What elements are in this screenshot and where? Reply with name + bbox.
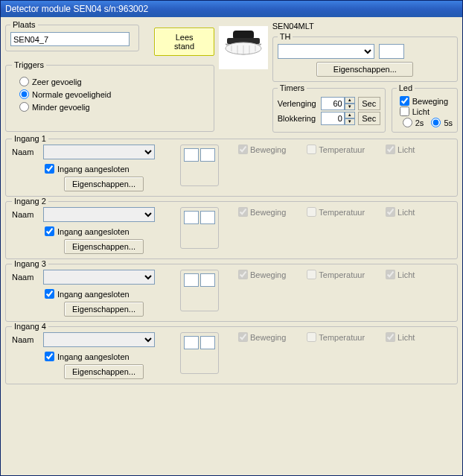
left-column: Plaats Lees stand Triggers Zeer gevoelig… — [5, 20, 214, 132]
ingang-2-beweging: Beweging — [238, 207, 286, 217]
trigger-radio-2[interactable] — [19, 89, 29, 99]
blokkering-arrows[interactable]: ▲ ▼ — [345, 112, 355, 125]
ingang-3-legend: Ingang 3 — [12, 259, 48, 268]
verlenging-up[interactable]: ▲ — [345, 97, 355, 104]
led-2s-row[interactable]: 2s — [403, 118, 424, 127]
blokkering-spinner[interactable]: ▲ ▼ — [321, 112, 355, 125]
blokkering-up[interactable]: ▲ — [345, 112, 355, 118]
ingang-2-box1[interactable] — [184, 211, 199, 224]
led-licht-label: Licht — [412, 107, 430, 116]
ingang-1-props-button[interactable]: Eigenschappen... — [64, 177, 144, 191]
temperatuur-check — [307, 207, 316, 217]
ingang-2-group: Ingang 2NaamIngang aangeslotenEigenschap… — [5, 197, 458, 259]
blokkering-input[interactable] — [321, 112, 345, 125]
led-licht-check[interactable] — [400, 107, 409, 116]
ingang-1-box2[interactable] — [200, 148, 215, 162]
blokkering-unit: Sec — [358, 112, 380, 125]
trigger-radio-3[interactable] — [19, 102, 29, 112]
ingang-3-aangesloten-check[interactable] — [45, 289, 54, 299]
verlenging-line: Verlenging ▲ ▼ Sec — [278, 97, 380, 110]
ingang-4-beweging: Beweging — [238, 332, 286, 342]
trigger-radio-1[interactable] — [19, 77, 29, 86]
trigger-label-2: Normale gevoeligheid — [32, 90, 111, 99]
ingang-2-naam-line: Naam — [12, 207, 176, 222]
motion-sensor-icon — [221, 29, 266, 66]
led-beweging-check[interactable] — [400, 96, 409, 106]
licht-check — [386, 145, 395, 154]
th-legend: TH — [278, 32, 293, 41]
ingang-2-aangesloten-check[interactable] — [45, 226, 54, 236]
ingang-4-aangesloten-check[interactable] — [45, 352, 54, 361]
trigger-opt-1[interactable]: Zeer gevoelig — [19, 77, 208, 86]
led-2s-radio[interactable] — [403, 118, 412, 127]
ingang-1-box1[interactable] — [184, 148, 199, 162]
verlenging-arrows[interactable]: ▲ ▼ — [345, 97, 355, 110]
sensor-image — [219, 26, 268, 69]
ingang-3-box2[interactable] — [200, 273, 215, 287]
ingang-1-naam-combo[interactable] — [43, 145, 155, 159]
ingang-container: Ingang 1NaamIngang aangeslotenEigenschap… — [5, 134, 458, 384]
aangesloten-label: Ingang aangesloten — [57, 165, 130, 174]
ingang-3-box1[interactable] — [184, 273, 199, 287]
th-value[interactable] — [379, 44, 404, 59]
timers-led-row: Timers Verlenging ▲ ▼ Sec — [272, 83, 458, 133]
ingang-4-props-wrap: Eigenschappen... — [64, 364, 176, 379]
lees-stand-button[interactable]: Lees stand — [154, 28, 214, 56]
ingang-3-beweging: Beweging — [238, 270, 286, 279]
verlenging-input[interactable] — [321, 97, 345, 110]
plaats-input[interactable] — [10, 32, 130, 46]
ingang-1-left: NaamIngang aangeslotenEigenschappen... — [12, 145, 176, 191]
ingang-2-body: NaamIngang aangeslotenEigenschappen...Be… — [12, 207, 451, 254]
ingang-2-boxes — [180, 207, 219, 249]
blokkering-line: Blokkering ▲ ▼ Sec — [278, 112, 380, 125]
ingang-4-box1[interactable] — [184, 336, 199, 349]
led-5s-radio[interactable] — [431, 118, 441, 127]
ingang-4-box2[interactable] — [200, 336, 215, 349]
ingang-2-legend: Ingang 2 — [12, 197, 48, 206]
ingang-4-naam-combo[interactable] — [43, 332, 155, 347]
ingang-3-naam-combo[interactable] — [43, 270, 155, 285]
verlenging-down[interactable]: ▼ — [345, 104, 355, 110]
ingang-4-props-button[interactable]: Eigenschappen... — [64, 364, 144, 379]
led-group: Led Beweging Licht 2s — [392, 83, 458, 133]
blokkering-down[interactable]: ▼ — [345, 118, 355, 125]
ingang-3-props-button[interactable]: Eigenschappen... — [64, 302, 144, 317]
ingang-2-props-button[interactable]: Eigenschappen... — [64, 239, 144, 254]
ingang-1-aangesloten-row[interactable]: Ingang aangesloten — [45, 164, 176, 174]
ingang-1-legend: Ingang 1 — [12, 134, 48, 143]
th-props-button[interactable]: Eigenschappen... — [316, 62, 413, 77]
content: Plaats Lees stand Triggers Zeer gevoelig… — [1, 17, 462, 475]
top-row: Plaats Lees stand Triggers Zeer gevoelig… — [5, 20, 458, 133]
naam-label: Naam — [12, 273, 39, 282]
window-title: Detector module SEN04 s/n:963002 — [5, 4, 148, 14]
ingang-4-aangesloten-row[interactable]: Ingang aangesloten — [45, 352, 176, 361]
verlenging-spinner[interactable]: ▲ ▼ — [321, 97, 355, 110]
ingang-1-beweging: Beweging — [238, 145, 286, 154]
led-licht-row[interactable]: Licht — [400, 107, 453, 116]
ingang-4-legend: Ingang 4 — [12, 322, 48, 331]
ingang-2-naam-combo[interactable] — [43, 207, 155, 222]
ingang-2-aangesloten-row[interactable]: Ingang aangesloten — [45, 226, 176, 236]
plaats-row: Plaats Lees stand — [5, 20, 214, 56]
trigger-opt-2[interactable]: Normale gevoeligheid — [19, 89, 208, 99]
th-combo[interactable] — [278, 44, 374, 59]
ingang-1-aangesloten-check[interactable] — [45, 164, 54, 174]
temperatuur-check — [307, 145, 316, 154]
led-beweging-row[interactable]: Beweging — [400, 96, 453, 106]
ingang-2-box2[interactable] — [200, 211, 215, 224]
ingang-2-left: NaamIngang aangeslotenEigenschappen... — [12, 207, 176, 254]
ingang-4-left: NaamIngang aangeslotenEigenschappen... — [12, 332, 176, 379]
ingang-3-checks: BewegingTemperatuurLicht — [238, 270, 415, 279]
naam-label: Naam — [12, 210, 39, 219]
beweging-check — [238, 270, 248, 279]
verlenging-unit: Sec — [358, 97, 380, 110]
trigger-opt-3[interactable]: Minder gevoelig — [19, 102, 208, 112]
led-5s-row[interactable]: 5s — [431, 118, 453, 127]
right-column: SEN04MLT TH Eigenschappen... Timers — [272, 20, 458, 133]
ingang-3-aangesloten-row[interactable]: Ingang aangesloten — [45, 289, 176, 299]
ingang-3-left: NaamIngang aangeslotenEigenschappen... — [12, 270, 176, 317]
titlebar: Detector module SEN04 s/n:963002 — [1, 1, 462, 17]
ingang-2-temperatuur: Temperatuur — [307, 207, 365, 217]
ingang-1-temperatuur: Temperatuur — [307, 145, 365, 154]
ingang-1-checks: BewegingTemperatuurLicht — [238, 145, 415, 154]
